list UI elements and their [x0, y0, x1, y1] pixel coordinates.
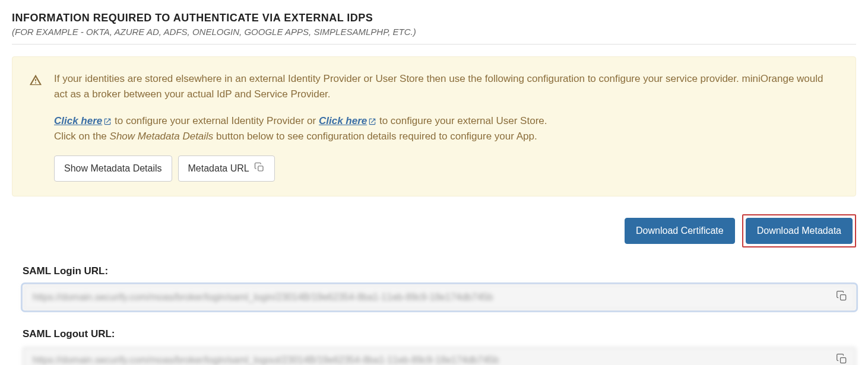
external-link-icon: [103, 118, 112, 126]
section-subtitle: (FOR EXAMPLE - OKTA, AZURE AD, ADFS, ONE…: [12, 27, 856, 37]
svg-rect-2: [841, 358, 846, 363]
external-link-icon: [368, 118, 376, 126]
alert-content: If your identities are stored elsewhere …: [54, 71, 839, 182]
divider: [12, 44, 856, 45]
saml-login-input-wrapper: [23, 284, 856, 310]
warning-icon: [29, 74, 42, 182]
copy-icon: [254, 162, 265, 175]
alert-button-row: Show Metadata Details Metadata URL: [54, 155, 839, 182]
saml-logout-label: SAML Logout URL:: [23, 328, 856, 340]
copy-icon[interactable]: [836, 290, 848, 304]
saml-login-url-input[interactable]: [23, 284, 856, 310]
metadata-url-button[interactable]: Metadata URL: [178, 155, 275, 182]
download-metadata-button[interactable]: Download Metadata: [746, 218, 853, 244]
saml-logout-input-wrapper: [23, 347, 856, 365]
show-metadata-button[interactable]: Show Metadata Details: [54, 155, 172, 182]
alert-paragraph-1: If your identities are stored elsewhere …: [54, 71, 839, 101]
saml-logout-url-input[interactable]: [23, 347, 856, 365]
download-certificate-button[interactable]: Download Certificate: [625, 218, 735, 244]
info-alert: If your identities are stored elsewhere …: [12, 56, 856, 196]
section-title: INFORMATION REQUIRED TO AUTHENTICATE VIA…: [12, 12, 856, 24]
download-metadata-highlight: Download Metadata: [742, 214, 856, 247]
configure-userstore-link[interactable]: Click here: [319, 115, 376, 126]
download-row: Download Certificate Download Metadata: [12, 214, 856, 247]
alert-paragraph-2: Click here to configure your external Id…: [54, 113, 839, 144]
configure-idp-link[interactable]: Click here: [54, 115, 112, 126]
saml-login-label: SAML Login URL:: [23, 265, 856, 277]
svg-rect-0: [258, 166, 262, 171]
copy-icon[interactable]: [836, 353, 848, 365]
svg-rect-1: [841, 295, 846, 300]
